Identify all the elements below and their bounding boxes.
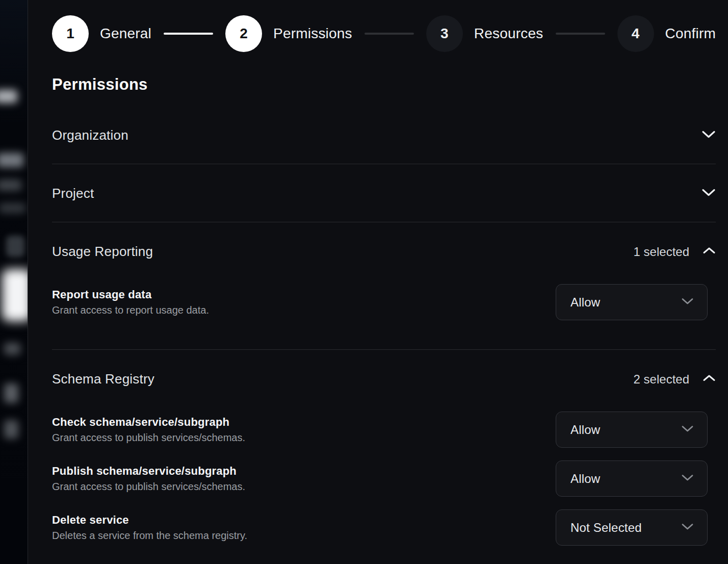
permission-title: Delete service xyxy=(52,512,247,528)
blurred-nav-item xyxy=(4,343,20,355)
step-connector xyxy=(164,33,213,35)
step-connector xyxy=(365,33,414,35)
permissions-wizard-panel: 1 General 2 Permissions 3 Resources 4 Co… xyxy=(28,0,728,564)
section-project: Project xyxy=(52,164,716,222)
section-usage-reporting-toggle[interactable]: Usage Reporting 1 selected xyxy=(52,222,716,260)
publish-schema-select[interactable]: Allow xyxy=(556,460,708,497)
step-number-badge: 4 xyxy=(617,15,654,52)
step-label: Confirm xyxy=(665,25,716,42)
blurred-nav-icon xyxy=(6,236,24,257)
section-organization: Organization xyxy=(52,109,716,164)
blurred-nav-item xyxy=(0,153,23,167)
select-value: Not Selected xyxy=(570,521,642,535)
chevron-down-icon xyxy=(681,297,694,307)
chevron-down-icon xyxy=(701,130,716,141)
delete-service-select[interactable]: Not Selected xyxy=(556,509,708,546)
permission-description: Grant access to publish services/schemas… xyxy=(52,430,245,445)
select-value: Allow xyxy=(570,472,600,486)
permission-description: Deletes a service from the schema regist… xyxy=(52,528,247,543)
permission-title: Publish schema/service/subgraph xyxy=(52,464,245,479)
step-label: Permissions xyxy=(273,25,352,42)
permission-title: Report usage data xyxy=(52,287,209,302)
step-permissions[interactable]: 2 Permissions xyxy=(225,15,352,52)
selected-count-badge: 1 selected xyxy=(634,245,689,259)
page-title: Permissions xyxy=(52,75,716,94)
report-usage-data-select[interactable]: Allow xyxy=(556,284,708,320)
blurred-nav-item xyxy=(0,180,21,191)
permission-row: Publish schema/service/subgraph Grant ac… xyxy=(52,460,716,497)
chevron-down-icon xyxy=(681,425,694,434)
blurred-nav-item xyxy=(4,420,18,439)
select-value: Allow xyxy=(570,295,600,310)
step-label: General xyxy=(100,25,151,42)
blurred-nav-item xyxy=(0,90,17,103)
step-general[interactable]: 1 General xyxy=(52,15,151,52)
section-project-toggle[interactable]: Project xyxy=(52,164,716,222)
permission-description: Grant access to publish services/schemas… xyxy=(52,479,245,494)
step-label: Resources xyxy=(474,25,543,42)
section-title: Usage Reporting xyxy=(52,244,153,260)
step-resources[interactable]: 3 Resources xyxy=(426,15,543,52)
background-sidebar xyxy=(0,0,28,564)
section-schema-registry: Schema Registry 2 selected Check schema/… xyxy=(52,350,716,546)
section-usage-reporting: Usage Reporting 1 selected Report usage … xyxy=(52,222,716,350)
chevron-down-icon xyxy=(681,474,694,483)
permission-title: Check schema/service/subgraph xyxy=(52,415,245,430)
chevron-up-icon xyxy=(703,247,716,257)
section-title: Organization xyxy=(52,127,128,143)
select-value: Allow xyxy=(570,423,600,437)
step-number-badge: 2 xyxy=(225,15,262,52)
section-schema-registry-toggle[interactable]: Schema Registry 2 selected xyxy=(52,350,716,387)
chevron-down-icon xyxy=(701,188,716,199)
chevron-up-icon xyxy=(703,374,716,384)
permission-row: Check schema/service/subgraph Grant acce… xyxy=(52,412,716,448)
step-confirm[interactable]: 4 Confirm xyxy=(617,15,716,52)
permission-description: Grant access to report usage data. xyxy=(52,302,209,318)
selected-count-badge: 2 selected xyxy=(634,372,689,387)
wizard-stepper: 1 General 2 Permissions 3 Resources 4 Co… xyxy=(52,15,716,52)
blurred-nav-item xyxy=(4,383,18,403)
step-number-badge: 1 xyxy=(52,15,89,52)
step-connector xyxy=(556,33,605,35)
section-organization-toggle[interactable]: Organization xyxy=(52,109,716,164)
permission-row: Delete service Deletes a service from th… xyxy=(52,509,716,546)
permission-row: Report usage data Grant access to report… xyxy=(52,284,716,320)
section-title: Schema Registry xyxy=(52,371,154,387)
app-screen: 1 General 2 Permissions 3 Resources 4 Co… xyxy=(0,0,728,564)
blurred-card xyxy=(2,269,28,321)
chevron-down-icon xyxy=(681,523,694,532)
blurred-nav-item xyxy=(0,203,25,213)
step-number-badge: 3 xyxy=(426,15,463,52)
check-schema-select[interactable]: Allow xyxy=(556,412,708,448)
section-title: Project xyxy=(52,186,94,201)
